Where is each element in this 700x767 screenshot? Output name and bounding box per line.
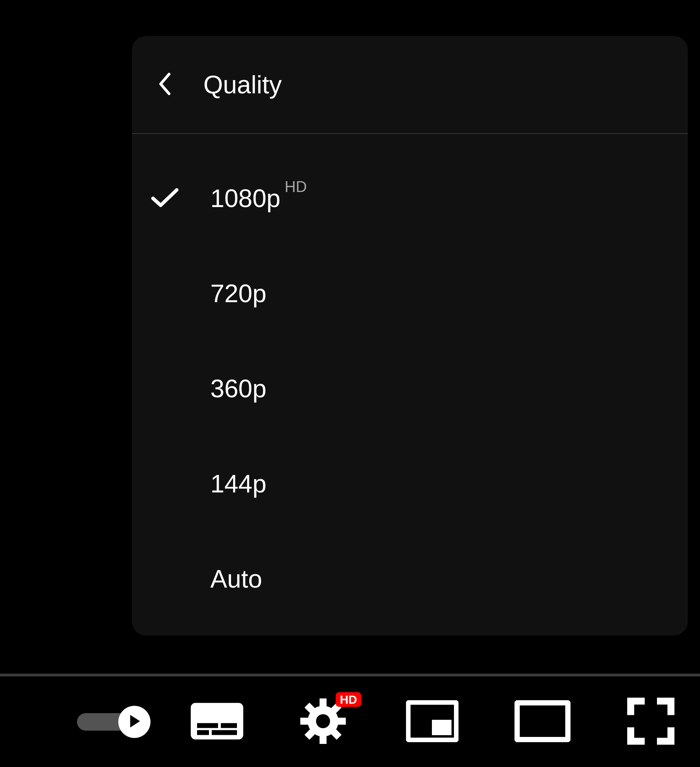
check-column bbox=[151, 187, 210, 210]
svg-rect-4 bbox=[212, 730, 237, 735]
player-control-bar: HD bbox=[0, 676, 700, 767]
svg-rect-3 bbox=[197, 730, 209, 735]
miniplayer-button[interactable] bbox=[406, 701, 459, 743]
progress-bar[interactable] bbox=[0, 674, 700, 676]
quality-option-720p[interactable]: 720p bbox=[132, 246, 688, 341]
quality-option-label: 360p bbox=[210, 374, 266, 403]
menu-items: 1080pHD 720p 360p 144p Auto bbox=[132, 134, 688, 626]
settings-button[interactable]: HD bbox=[300, 699, 346, 745]
svg-rect-1 bbox=[197, 723, 218, 728]
menu-title: Quality bbox=[203, 70, 282, 99]
svg-rect-17 bbox=[517, 703, 568, 740]
svg-rect-2 bbox=[221, 723, 237, 728]
chevron-left-icon bbox=[158, 73, 172, 97]
quality-option-144p[interactable]: 144p bbox=[132, 436, 688, 531]
fullscreen-icon bbox=[627, 697, 674, 746]
subtitles-button[interactable] bbox=[191, 703, 243, 740]
quality-option-1080p[interactable]: 1080pHD bbox=[132, 151, 688, 246]
autoplay-toggle[interactable] bbox=[70, 704, 144, 739]
svg-point-6 bbox=[316, 714, 330, 728]
miniplayer-icon bbox=[406, 700, 459, 743]
toggle-track bbox=[77, 713, 137, 730]
theater-mode-button[interactable] bbox=[515, 701, 571, 743]
svg-rect-10 bbox=[337, 718, 346, 725]
toggle-knob bbox=[118, 706, 150, 738]
menu-header: Quality bbox=[132, 36, 688, 134]
back-button[interactable] bbox=[154, 74, 175, 95]
check-icon bbox=[151, 187, 179, 210]
hd-badge-text: HD bbox=[285, 178, 307, 195]
quality-option-auto[interactable]: Auto bbox=[132, 531, 688, 626]
quality-option-360p[interactable]: 360p bbox=[132, 341, 688, 436]
fullscreen-button[interactable] bbox=[627, 698, 674, 745]
quality-option-label: Auto bbox=[210, 565, 262, 593]
subtitles-icon bbox=[191, 703, 243, 741]
svg-rect-9 bbox=[300, 718, 309, 725]
settings-hd-badge: HD bbox=[336, 692, 361, 707]
svg-rect-7 bbox=[320, 699, 327, 707]
quality-option-label: 1080pHD bbox=[210, 184, 307, 213]
svg-rect-16 bbox=[432, 720, 451, 735]
quality-option-label: 720p bbox=[210, 279, 266, 308]
quality-menu: Quality 1080pHD 720p 360p bbox=[132, 36, 688, 635]
svg-rect-8 bbox=[320, 735, 327, 744]
quality-option-label: 144p bbox=[210, 469, 266, 498]
play-icon bbox=[127, 713, 142, 730]
theater-icon bbox=[515, 700, 571, 743]
